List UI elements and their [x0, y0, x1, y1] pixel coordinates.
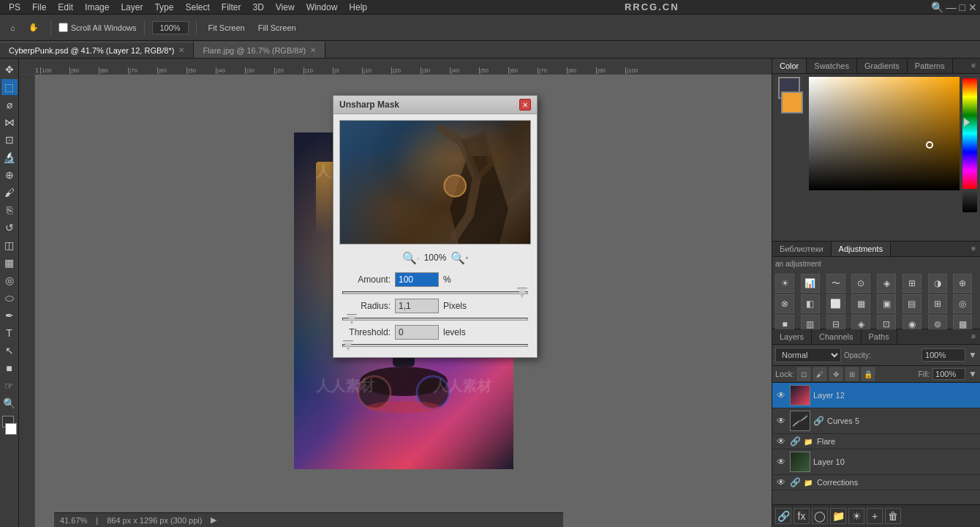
path-selection-tool[interactable]: ↖ — [1, 343, 18, 359]
panel-menu-icon[interactable]: ≡ — [967, 59, 980, 73]
opacity-slider[interactable] — [962, 190, 977, 212]
zoom-in-button[interactable]: 🔍+ — [452, 250, 467, 265]
dialog-amount-thumb[interactable] — [517, 288, 527, 298]
close-icon[interactable]: ✕ — [968, 1, 977, 13]
blend-mode-select[interactable]: Normal Multiply Screen — [775, 348, 841, 362]
eyedropper-tool[interactable]: 🔬 — [1, 149, 18, 165]
menubar-layer[interactable]: Layer — [115, 1, 148, 14]
minimize-icon[interactable]: — — [946, 1, 957, 13]
opacity-arrow[interactable]: ▼ — [968, 350, 977, 360]
tab-patterns[interactable]: Patterns — [908, 59, 953, 73]
magic-wand-tool[interactable]: ⋈ — [1, 114, 18, 130]
menubar-3d[interactable]: 3D — [246, 1, 269, 14]
dodge-tool[interactable]: ⬭ — [1, 290, 18, 306]
adj-invert[interactable]: ⬜ — [826, 294, 845, 313]
layer-item-layer10[interactable]: 👁 Layer 10 — [772, 449, 980, 475]
layer-item-corrections[interactable]: 👁 🔗 📁 Corrections — [772, 475, 980, 490]
lasso-tool[interactable]: ⌀ — [1, 97, 18, 113]
lock-all-btn[interactable]: 🔒 — [862, 367, 875, 381]
zoom-input[interactable] — [152, 21, 189, 34]
hand-tool-button[interactable]: ✋ — [24, 21, 43, 34]
lock-transparent-btn[interactable]: ⊡ — [797, 367, 810, 381]
new-adjustment-btn[interactable]: ☀ — [848, 508, 864, 524]
adj-threshold[interactable]: ▣ — [877, 294, 896, 313]
adj-color-lookup[interactable]: ◧ — [801, 294, 820, 313]
layer-item-flare[interactable]: 👁 🔗 📁 Flare — [772, 434, 980, 449]
clone-tool[interactable]: ⎘ — [1, 202, 18, 218]
adj-hue-sat[interactable]: ◈ — [877, 274, 896, 293]
dialog-preview-image[interactable] — [339, 120, 531, 244]
scroll-all-windows-checkbox[interactable]: Scroll All Windows — [59, 23, 137, 32]
menubar-filter[interactable]: Filter — [216, 1, 247, 14]
tab-biblioteki[interactable]: Библиотеки — [772, 242, 832, 256]
restore-icon[interactable]: □ — [960, 1, 965, 13]
add-mask-btn[interactable]: ◯ — [812, 508, 828, 524]
adj-black-white[interactable]: ◑ — [928, 274, 947, 293]
link-layers-btn[interactable]: 🔗 — [775, 508, 791, 524]
eraser-tool[interactable]: ◫ — [1, 237, 18, 253]
adj-vibrance[interactable]: ◎ — [953, 294, 972, 313]
tab-gradients[interactable]: Gradients — [857, 59, 908, 73]
layer-visibility-curves5[interactable]: 👁 — [775, 416, 787, 426]
tab-color[interactable]: Color — [772, 59, 807, 73]
color-spectrum[interactable] — [809, 77, 960, 214]
new-group-btn[interactable]: 📁 — [830, 508, 846, 524]
menubar-image[interactable]: Image — [79, 1, 115, 14]
menubar-file[interactable]: File — [26, 1, 52, 14]
layer-visibility-corrections[interactable]: 👁 — [775, 477, 787, 487]
tab-swatches[interactable]: Swatches — [807, 59, 857, 73]
layer-visibility-flare[interactable]: 👁 — [775, 436, 787, 446]
add-style-btn[interactable]: fx — [794, 508, 810, 524]
history-brush-tool[interactable]: ↺ — [1, 220, 18, 236]
delete-layer-btn[interactable]: 🗑 — [885, 508, 901, 524]
tab-adjustments[interactable]: Adjustments — [832, 242, 892, 256]
search-icon[interactable]: 🔍 — [931, 1, 943, 13]
layer-visibility-layer12[interactable]: 👁 — [775, 390, 787, 400]
text-tool[interactable]: T — [1, 325, 18, 341]
dialog-threshold-thumb[interactable] — [343, 340, 353, 351]
fill-arrow[interactable]: ▼ — [968, 369, 977, 379]
adj-color-balance[interactable]: ⊞ — [902, 274, 921, 293]
tab-channels[interactable]: Channels — [812, 329, 861, 344]
tab-flare-close[interactable]: ✕ — [310, 46, 316, 54]
crop-tool[interactable]: ⊡ — [1, 132, 18, 148]
layer-item-layer12[interactable]: 👁 Layer 12 — [772, 383, 980, 408]
bg-color-swatch[interactable] — [5, 423, 17, 435]
marquee-tool[interactable]: ⬚ — [1, 79, 18, 95]
home-button[interactable]: ⌂ — [6, 22, 20, 34]
adj-posterize[interactable]: ▦ — [851, 294, 870, 313]
menubar-window[interactable]: Window — [301, 1, 344, 14]
fill-input[interactable] — [932, 368, 965, 380]
adj-curves[interactable]: 〜 — [826, 274, 845, 293]
tab-paths[interactable]: Paths — [862, 329, 897, 344]
adj-exposure[interactable]: ⊙ — [851, 274, 870, 293]
fit-screen-button[interactable]: Fit Screen — [204, 22, 249, 34]
adj-channel-mixer[interactable]: ⊗ — [775, 294, 794, 313]
lock-artboard-btn[interactable]: ⊞ — [845, 367, 859, 381]
fill-screen-button[interactable]: Fill Screen — [254, 22, 301, 34]
adj-gradient-map[interactable]: ▤ — [902, 294, 921, 313]
tab-layers[interactable]: Layers — [772, 329, 812, 344]
tab-flare[interactable]: Flare.jpg @ 16.7% (RGB/8#) ✕ — [194, 42, 325, 58]
tab-cyberpunk-close[interactable]: ✕ — [178, 46, 184, 54]
adj-photo-filter[interactable]: ⊕ — [953, 274, 972, 293]
color-gradient-main[interactable] — [809, 77, 960, 190]
brush-tool[interactable]: 🖌 — [1, 184, 18, 201]
background-color-box[interactable] — [781, 91, 803, 113]
pen-tool[interactable]: ✒ — [1, 307, 18, 324]
menubar-view[interactable]: View — [270, 1, 301, 14]
zoom-out-button[interactable]: 🔍- — [404, 250, 418, 265]
scroll-all-windows-input[interactable] — [59, 23, 68, 32]
menubar-ps[interactable]: PS — [3, 1, 26, 14]
menubar-help[interactable]: Help — [343, 1, 373, 14]
statusbar-arrow[interactable]: ▶ — [211, 515, 216, 525]
menubar-edit[interactable]: Edit — [52, 1, 79, 14]
move-tool[interactable]: ✥ — [1, 61, 18, 78]
gradient-tool[interactable]: ▦ — [1, 255, 18, 271]
zoom-tool[interactable]: 🔍 — [1, 395, 18, 411]
healing-tool[interactable]: ⊕ — [1, 167, 18, 183]
layer-visibility-layer10[interactable]: 👁 — [775, 457, 787, 467]
adj-selective-color[interactable]: ⊞ — [928, 294, 947, 313]
tab-cyberpunk[interactable]: CyberpPunk.psd @ 41.7% (Layer 12, RGB/8*… — [0, 42, 194, 58]
adj-levels[interactable]: 📊 — [801, 274, 820, 293]
